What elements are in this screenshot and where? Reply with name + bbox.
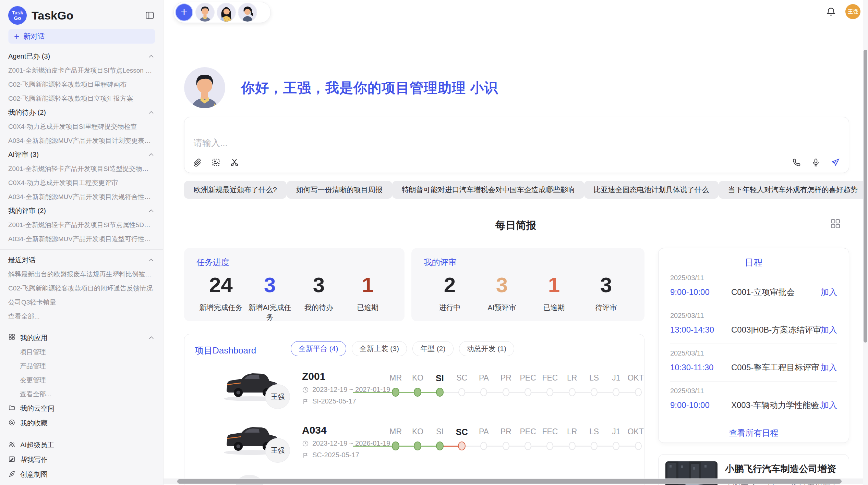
view-all-schedule-link[interactable]: 查看所有日程 xyxy=(670,419,837,447)
image-upload-icon[interactable] xyxy=(211,158,221,167)
suggestion-chip[interactable]: 如何写一份清晰的项目周报 xyxy=(287,181,392,199)
sidebar-item[interactable]: Z001-全新燃油皮卡产品开发项目SI节点Lesson Learn报告 xyxy=(8,63,155,77)
sidebar-item[interactable]: Z001-全新燃油轻卡产品开发项目SI造型提交物评审 xyxy=(8,162,155,176)
app-item[interactable]: 项目管理 xyxy=(8,345,155,359)
microphone-icon[interactable] xyxy=(811,158,821,167)
my-apps-header[interactable]: 我的应用 xyxy=(8,331,155,345)
sidebar-collapse-icon[interactable] xyxy=(145,10,155,21)
milestone-dot[interactable] xyxy=(591,442,598,450)
sidebar-item[interactable]: A034-全新新能源MUV产品开发项目法规符合性评审 xyxy=(8,190,155,204)
milestone-dot[interactable] xyxy=(480,442,487,450)
send-icon[interactable] xyxy=(830,158,840,167)
dashboard-tab[interactable]: 年型 (2) xyxy=(412,341,454,356)
member-avatar-man[interactable] xyxy=(196,3,214,22)
milestone-dot[interactable] xyxy=(635,442,642,450)
sidebar-section-header[interactable]: Agent已办 (3) xyxy=(8,49,155,63)
sidebar-tool[interactable]: AI超级员工 xyxy=(8,438,155,452)
app-item[interactable]: 变更管理 xyxy=(8,373,155,387)
suggestion-chip[interactable]: 当下年轻人对汽车外观有怎样的喜好趋势 xyxy=(719,181,867,199)
sidebar-tool[interactable]: 帮我写作 xyxy=(8,452,155,467)
sidebar-item[interactable]: C02-飞腾新能源轻客改款项目里程碑画布 xyxy=(8,77,155,91)
milestone-dot[interactable] xyxy=(546,442,553,450)
project-flag-text: SC-2025-05-17 xyxy=(312,451,359,459)
suggestion-chip[interactable]: 比亚迪全固态电池计划具体说了什么 xyxy=(584,181,719,199)
milestone-dot[interactable] xyxy=(503,442,509,450)
layout-grid-icon[interactable] xyxy=(830,218,841,229)
sidebar-item[interactable]: Z001-全新燃油轻卡产品开发项目SI节点属性5D文件评审 xyxy=(8,218,155,232)
member-avatar-woman-bob[interactable] xyxy=(238,3,257,22)
milestone-dot[interactable] xyxy=(591,388,598,396)
sidebar-section-header[interactable]: AI评审 (3) xyxy=(8,148,155,162)
project-code[interactable]: A034 xyxy=(302,424,327,436)
event-join-link[interactable]: 加入 xyxy=(821,287,837,298)
add-member-button[interactable]: + xyxy=(175,3,193,21)
milestone-dot[interactable] xyxy=(503,388,509,396)
notification-bell-icon[interactable] xyxy=(825,6,836,17)
milestone-dot[interactable] xyxy=(569,442,576,450)
event-join-link[interactable]: 加入 xyxy=(821,324,837,335)
suggestion-chip[interactable]: 特朗普可能对进口汽车增税会对中国车企造成哪些影响 xyxy=(392,181,584,199)
sidebar-section-header[interactable]: 我的待办 (2) xyxy=(8,105,155,120)
milestone-dot[interactable] xyxy=(613,388,619,396)
milestone-dot[interactable] xyxy=(392,388,399,397)
sidebar-section-header[interactable]: 我的评审 (2) xyxy=(8,204,155,218)
attachment-icon[interactable] xyxy=(193,158,202,167)
app-item[interactable]: 产品管理 xyxy=(8,359,155,373)
view-all-chats-link[interactable]: 查看全部... xyxy=(8,309,155,323)
event-date: 2025/03/11 xyxy=(670,274,837,282)
member-avatar-woman-long-hair[interactable] xyxy=(217,3,236,22)
milestone-dot[interactable] xyxy=(458,442,466,450)
suggestion-chip[interactable]: 欧洲新规最近颁布了什么? xyxy=(184,181,287,199)
sidebar-link[interactable]: 我的云空间 xyxy=(8,401,155,416)
milestone-dot[interactable] xyxy=(635,388,642,396)
milestone-dot[interactable] xyxy=(436,442,444,450)
sidebar-item[interactable]: C02-飞腾新能源轻客改款项目立项汇报方案 xyxy=(8,91,155,105)
milestone-dot[interactable] xyxy=(480,388,487,396)
sidebar-link[interactable]: 我的收藏 xyxy=(8,416,155,431)
recent-chat-item[interactable]: 解释最新出台的欧盟报废车法规再生塑料比例被调至15%... xyxy=(8,267,155,281)
horizontal-scrollbar-thumb[interactable] xyxy=(177,479,842,484)
milestone-dot[interactable] xyxy=(546,388,553,396)
event-time: 9:00-10:00 xyxy=(670,287,731,297)
milestone-dot[interactable] xyxy=(525,442,531,450)
sidebar-tool[interactable]: 创意制图 xyxy=(8,467,155,482)
recent-chat-item[interactable]: 公司Q3轻卡销量 xyxy=(8,295,155,309)
user-avatar[interactable]: 王强 xyxy=(845,4,860,19)
sidebar-item[interactable]: C0X4-动力总成开发项目SI里程碑提交物检查 xyxy=(8,120,155,134)
stat-value: 24 xyxy=(196,272,245,298)
event-name: C003|H0B-方案冻结评审 xyxy=(731,324,821,335)
milestone-dot[interactable] xyxy=(414,442,421,450)
sidebar-item[interactable]: C0X4-动力总成开发项目工程变更评审 xyxy=(8,176,155,190)
project-code[interactable]: Z001 xyxy=(302,371,325,382)
milestone-dot[interactable] xyxy=(613,442,619,450)
message-composer[interactable]: 请输入... xyxy=(184,117,849,173)
new-chat-button[interactable]: + 新对话 xyxy=(8,29,155,44)
dashboard-tab[interactable]: 全新上装 (3) xyxy=(352,341,407,356)
dashboard-tab[interactable]: 动总开发 (1) xyxy=(459,341,515,356)
vertical-scrollbar-thumb[interactable] xyxy=(864,50,867,343)
sidebar-item[interactable]: A034-全新新能源MUV产品开发项目计划变更表编写 xyxy=(8,134,155,148)
view-all-apps-link[interactable]: 查看全部... xyxy=(8,387,155,401)
milestone-dot[interactable] xyxy=(458,388,465,396)
phone-call-icon[interactable] xyxy=(792,158,801,167)
dashboard-tab[interactable]: 全新平台 (4) xyxy=(291,341,346,356)
milestone-label: SI xyxy=(429,373,451,383)
event-join-link[interactable]: 加入 xyxy=(821,362,837,373)
draw-icon xyxy=(8,470,15,479)
milestone-dot[interactable] xyxy=(525,388,531,396)
assistant-greeting-section: 你好，王强，我是你的项目管理助理 小识 xyxy=(184,67,498,108)
milestone-dot[interactable] xyxy=(392,442,399,450)
recent-chats-header[interactable]: 最近对话 xyxy=(8,253,155,267)
my-apps-title: 我的应用 xyxy=(20,333,143,343)
screenshot-scissors-icon[interactable] xyxy=(230,158,239,167)
recent-chat-item[interactable]: C02-飞腾新能源轻客改款项目的闭环通告反馈情况 xyxy=(8,281,155,295)
sidebar-item[interactable]: A034-全新新能源MUV产品开发项目造型可行性评审 xyxy=(8,232,155,246)
milestone-dot[interactable] xyxy=(436,388,444,397)
milestone-dot[interactable] xyxy=(569,388,576,396)
daily-stats-row: 任务进度24新增完成任务3新增AI完成任务3我的待办1已逾期我的评审2进行中3A… xyxy=(184,248,644,321)
event-join-link[interactable]: 加入 xyxy=(821,400,837,411)
stat-label: 待评审 xyxy=(580,303,632,312)
milestone-dot[interactable] xyxy=(414,388,421,397)
logo-text-bottom: Go xyxy=(14,15,21,21)
user-avatar-name: 王强 xyxy=(848,9,858,15)
